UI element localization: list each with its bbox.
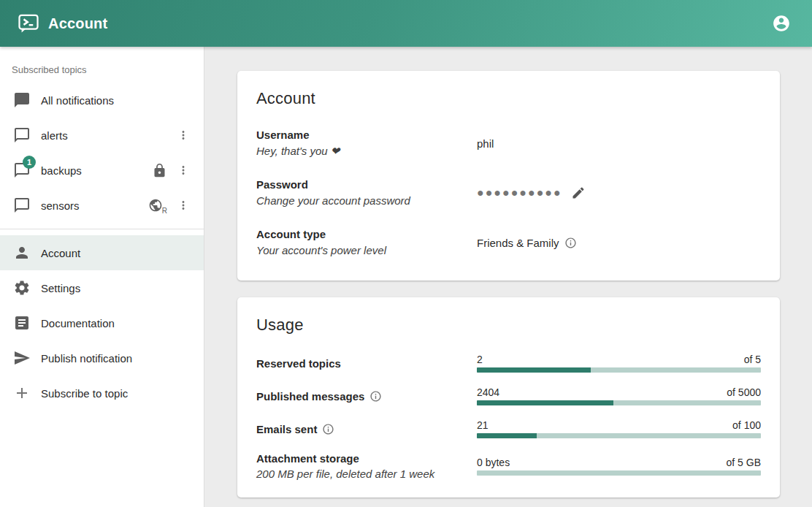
account-card: Account Username Hey, that's you ❤ phil … (237, 71, 780, 281)
reserved-topics-limit: of 5 (744, 354, 761, 365)
sidebar-item-label: alerts (41, 129, 173, 142)
globe-reservation-icon: R (148, 198, 167, 213)
usage-meter-emails-sent: Emails sent 21 of 100 (256, 419, 761, 438)
username-label: Username (256, 127, 477, 143)
topic-menu-icon[interactable] (173, 160, 194, 180)
sidebar-item-all-notifications[interactable]: All notifications (0, 83, 204, 118)
attachment-storage-limit: of 5 GB (727, 457, 761, 468)
password-row: Password Change your account password ●●… (256, 177, 761, 209)
sidebar-item-topic-alerts[interactable]: alerts (0, 118, 204, 153)
sidebar-item-documentation[interactable]: Documentation (0, 305, 204, 340)
app-bar: Account (0, 0, 812, 47)
account-type-subtitle: Your account's power level (256, 243, 477, 259)
ntfy-logo-icon (18, 12, 39, 34)
sidebar-item-subscribe-to-topic[interactable]: Subscribe to topic (0, 376, 204, 411)
attachment-storage-label: Attachment storage (256, 452, 477, 465)
person-icon (13, 244, 31, 262)
account-circle-icon[interactable] (767, 9, 796, 38)
info-icon[interactable] (369, 390, 382, 403)
chat-bubble-outline-icon (13, 197, 31, 214)
usage-card-title: Usage (256, 316, 761, 335)
published-messages-label: Published messages (256, 390, 364, 403)
emails-sent-limit: of 100 (732, 419, 761, 431)
sidebar-item-account[interactable]: Account (0, 235, 204, 270)
edit-password-icon[interactable] (571, 186, 586, 200)
sidebar-item-label: backups (41, 164, 152, 177)
lock-icon (152, 163, 167, 178)
sidebar-divider (0, 229, 204, 229)
reserved-topics-label: Reserved topics (256, 357, 477, 370)
published-messages-progressbar (477, 400, 761, 405)
reserved-topics-progressbar (477, 367, 761, 373)
attachment-storage-current: 0 bytes (477, 457, 510, 468)
sidebar: Subscribed topics All notifications aler… (0, 47, 204, 507)
subscribed-topics-heading: Subscribed topics (0, 54, 204, 83)
main-content: Account Username Hey, that's you ❤ phil … (204, 47, 812, 507)
sidebar-item-label: sensors (41, 199, 148, 212)
chat-bubble-filled-icon (13, 91, 31, 109)
chat-bubble-outline-icon: 1 (13, 161, 31, 179)
password-label: Password (256, 177, 477, 193)
reserved-topics-current: 2 (477, 354, 483, 365)
usage-meter-published-messages: Published messages 2404 of 5000 (256, 386, 761, 405)
attachment-storage-subtitle: 200 MB per file, deleted after 1 week (256, 468, 477, 480)
plus-icon (13, 384, 31, 402)
sidebar-item-label: Publish notification (41, 352, 194, 365)
account-type-row: Account type Your account's power level … (256, 226, 761, 259)
sidebar-item-label: Documentation (41, 317, 194, 329)
emails-sent-label: Emails sent (256, 423, 317, 435)
info-icon[interactable] (322, 423, 334, 435)
info-icon[interactable] (564, 237, 577, 249)
username-row: Username Hey, that's you ❤ phil (256, 127, 761, 159)
published-messages-current: 2404 (477, 386, 499, 398)
password-subtitle: Change your account password (256, 193, 477, 209)
sidebar-item-topic-sensors[interactable]: sensors R (0, 188, 204, 223)
emails-sent-progressbar (477, 433, 761, 438)
gear-icon (13, 279, 31, 297)
account-card-title: Account (256, 89, 761, 108)
document-icon (13, 314, 31, 332)
password-masked-value: ●●●●●●●●●● (477, 187, 562, 199)
sidebar-item-settings[interactable]: Settings (0, 270, 204, 305)
account-type-label: Account type (256, 226, 477, 243)
attachment-storage-progressbar (477, 470, 761, 476)
sidebar-item-label: Account (41, 247, 194, 259)
usage-meter-reserved-topics: Reserved topics 2 of 5 (256, 354, 761, 373)
sidebar-item-label: Settings (41, 282, 194, 294)
reserved-marker-label: R (162, 207, 167, 215)
username-subtitle: Hey, that's you ❤ (256, 143, 477, 159)
usage-card: Usage Reserved topics 2 of 5 (237, 297, 780, 498)
username-value: phil (477, 137, 494, 150)
sidebar-item-label: All notifications (41, 94, 194, 107)
account-type-value: Friends & Family (477, 237, 559, 249)
send-icon (13, 349, 31, 367)
chat-bubble-outline-icon (13, 126, 31, 144)
sidebar-item-label: Subscribe to topic (41, 387, 194, 400)
sidebar-item-publish-notification[interactable]: Publish notification (0, 340, 204, 376)
page-title: Account (48, 15, 107, 32)
topic-menu-icon[interactable] (173, 125, 194, 145)
emails-sent-current: 21 (477, 419, 489, 431)
published-messages-limit: of 5000 (727, 386, 761, 398)
usage-meter-attachment-storage: Attachment storage 200 MB per file, dele… (256, 452, 761, 480)
topic-menu-icon[interactable] (173, 195, 194, 216)
sidebar-item-topic-backups[interactable]: 1 backups (0, 153, 204, 188)
unread-count-badge: 1 (23, 156, 36, 169)
